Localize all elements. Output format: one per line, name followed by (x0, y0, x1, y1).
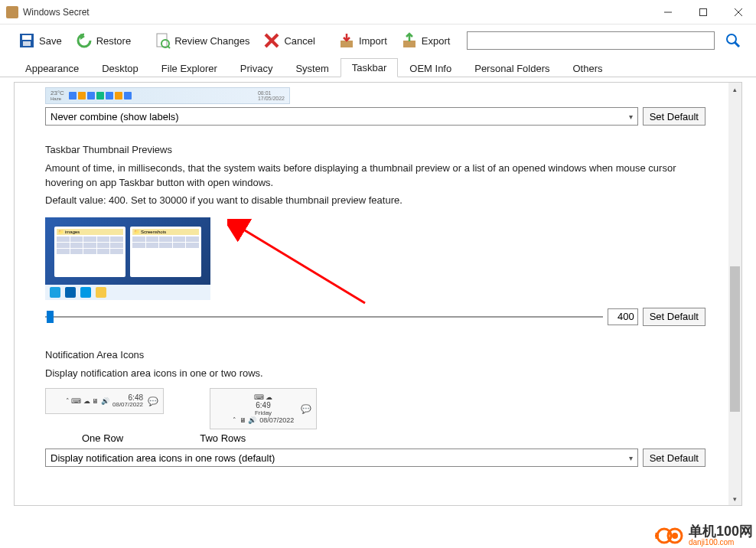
minimize-icon (664, 8, 672, 16)
chat-icon-2: 💬 (301, 404, 311, 414)
chevron-down-icon: ▾ (629, 454, 633, 462)
export-button[interactable]: Export (396, 31, 455, 51)
svg-rect-5 (22, 35, 31, 40)
notification-rows-select[interactable]: Display notification area icons in one r… (45, 449, 638, 467)
tab-privacy[interactable]: Privacy (229, 59, 285, 77)
close-button[interactable] (721, 0, 756, 24)
svg-line-15 (735, 42, 739, 47)
strip-time: 08:01 (258, 90, 272, 96)
tab-personal-folders[interactable]: Personal Folders (463, 59, 561, 77)
svg-point-19 (672, 533, 678, 539)
tb-store-icon (65, 287, 76, 298)
weather-temp: 23°C (51, 90, 64, 96)
scroll-area: 23°C Haze 08:0117/05/2022 Never combine … (15, 83, 728, 505)
notification-select-value: Display notification area icons in one r… (51, 452, 275, 464)
tab-others[interactable]: Others (562, 59, 614, 77)
tb-explorer-icon (96, 287, 106, 298)
review-icon (154, 32, 171, 49)
tab-system[interactable]: System (284, 59, 340, 77)
one-row-label: One Row (82, 432, 123, 444)
slider-handle[interactable] (47, 311, 54, 323)
app-icon-4 (106, 92, 113, 99)
thumbnail-delay-value[interactable]: 400 (608, 308, 638, 325)
svg-rect-6 (23, 41, 31, 46)
section-title-thumbnails: Taskbar Thumbnail Previews (45, 144, 705, 155)
tab-appearance[interactable]: Appearance (14, 59, 90, 77)
strip-date: 17/05/2022 (258, 96, 285, 101)
scrollbar-thumb[interactable] (730, 266, 740, 412)
app-icon-2 (87, 92, 95, 99)
watermark-url: danji100.com (689, 538, 753, 546)
two-row-day: Friday (255, 409, 272, 416)
content-frame: 23°C Haze 08:0117/05/2022 Never combine … (14, 82, 742, 506)
import-icon (338, 32, 355, 49)
start-icon (69, 92, 77, 99)
section-title-notification: Notification Area Icons (45, 349, 705, 360)
one-row-date: 08/07/2022 (112, 402, 143, 409)
save-icon (18, 32, 35, 49)
tb-mail-icon (80, 287, 91, 298)
minimize-button[interactable] (650, 0, 686, 24)
two-row-date: 08/07/2022 (259, 416, 294, 424)
combine-select-value: Never combine (show labels) (51, 111, 179, 122)
toolbar: Save Restore Review Changes Cancel Impor… (0, 24, 756, 57)
annotation-arrow (227, 219, 380, 311)
notification-desc: Display notification area icons in one o… (45, 367, 705, 381)
restore-icon (76, 32, 93, 49)
weather-label: Haze (51, 96, 64, 101)
tb-edge-icon (50, 287, 60, 298)
tab-desktop[interactable]: Desktop (90, 59, 150, 77)
app-icon-6 (124, 92, 132, 99)
import-label: Import (359, 35, 387, 47)
watermark: 单机100网 danji100.com (655, 524, 753, 546)
app-icon-1 (78, 92, 86, 99)
thumbnail-set-default-button[interactable]: Set Default (643, 308, 705, 326)
thumbnail-preview-image: 📁 images 📁 Screenshots (45, 217, 210, 300)
maximize-button[interactable] (686, 0, 721, 24)
titlebar: Windows Secret (0, 0, 756, 24)
watermark-logo-icon (655, 525, 684, 546)
watermark-name: 单机100网 (689, 524, 753, 538)
cancel-label: Cancel (284, 35, 314, 47)
svg-line-9 (168, 46, 170, 48)
tab-taskbar[interactable]: Taskbar (341, 58, 399, 77)
search-icon[interactable] (724, 31, 742, 50)
two-row-label: Two Rows (200, 432, 246, 444)
scroll-down-arrow[interactable]: ▾ (728, 492, 741, 505)
preview-win2-title: Screenshots (141, 230, 166, 234)
restore-button[interactable]: Restore (71, 31, 136, 51)
vertical-scrollbar[interactable]: ▴ ▾ (728, 83, 741, 505)
window-title: Windows Secret (23, 7, 650, 18)
app-icon-3 (96, 92, 104, 99)
export-icon (401, 32, 418, 49)
cancel-button[interactable]: Cancel (259, 31, 319, 51)
preview-win1-title: images (65, 230, 80, 234)
scroll-up-arrow[interactable]: ▴ (728, 83, 741, 96)
save-button[interactable]: Save (14, 31, 67, 51)
one-row-example: ˄ ⌨ ☁ 🖥 🔊 6:48 08/07/2022 💬 (45, 388, 164, 414)
tab-file-explorer[interactable]: File Explorer (150, 59, 229, 77)
chat-icon: 💬 (148, 396, 158, 406)
two-row-time: 6:49 (256, 401, 270, 409)
cancel-icon (263, 32, 280, 49)
search-input[interactable] (467, 31, 715, 50)
thumbnail-delay-slider[interactable] (45, 309, 603, 325)
tabs: Appearance Desktop File Explorer Privacy… (0, 57, 756, 77)
app-icon (6, 6, 18, 18)
svg-line-16 (241, 228, 365, 303)
app-icon-5 (115, 92, 122, 99)
svg-rect-1 (700, 8, 707, 15)
notification-set-default-button[interactable]: Set Default (643, 449, 705, 467)
review-changes-button[interactable]: Review Changes (149, 31, 254, 51)
combine-buttons-select[interactable]: Never combine (show labels) ▾ (45, 107, 638, 126)
save-label: Save (39, 35, 62, 47)
thumbnail-desc-1: Amount of time, in milliseconds, that th… (45, 161, 705, 191)
restore-label: Restore (96, 35, 132, 47)
maximize-icon (699, 8, 707, 16)
tab-oem-info[interactable]: OEM Info (398, 59, 463, 77)
combine-set-default-button[interactable]: Set Default (643, 107, 705, 126)
review-label: Review Changes (174, 35, 249, 47)
import-button[interactable]: Import (334, 31, 392, 51)
chevron-down-icon: ▾ (629, 113, 633, 121)
svg-rect-13 (403, 41, 415, 47)
